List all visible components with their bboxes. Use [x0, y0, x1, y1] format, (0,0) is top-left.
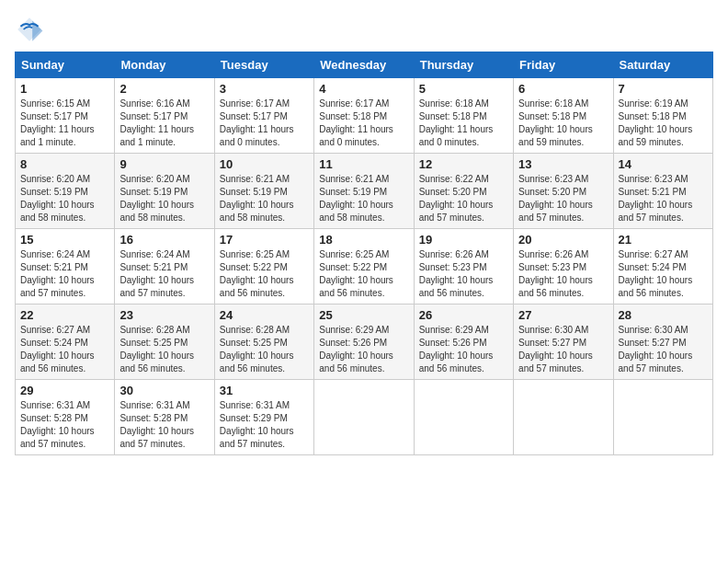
col-monday: Monday [115, 52, 214, 78]
daylight-label: Daylight: 10 hours and 57 minutes. [518, 350, 593, 373]
day-info: Sunrise: 6:30 AM Sunset: 5:27 PM Dayligh… [518, 324, 608, 375]
table-row: 29 Sunrise: 6:31 AM Sunset: 5:28 PM Dayl… [16, 380, 115, 455]
daylight-label: Daylight: 10 hours and 56 minutes. [619, 275, 693, 298]
day-info: Sunrise: 6:29 AM Sunset: 5:26 PM Dayligh… [319, 324, 408, 375]
day-number: 1 [20, 82, 109, 96]
sunrise-label: Sunrise: 6:23 AM [518, 174, 588, 184]
table-row: 9 Sunrise: 6:20 AM Sunset: 5:19 PM Dayli… [115, 154, 214, 229]
day-info: Sunrise: 6:31 AM Sunset: 5:28 PM Dayligh… [119, 399, 209, 451]
day-number: 6 [518, 82, 608, 96]
daylight-label: Daylight: 10 hours and 57 minutes. [119, 275, 194, 298]
day-number: 23 [119, 308, 209, 322]
day-number: 30 [119, 384, 209, 397]
day-number: 15 [20, 233, 109, 247]
sunrise-label: Sunrise: 6:21 AM [319, 174, 389, 184]
sunset-label: Sunset: 5:17 PM [119, 111, 188, 121]
table-row: 4 Sunrise: 6:17 AM Sunset: 5:18 PM Dayli… [314, 78, 414, 154]
sunset-label: Sunset: 5:23 PM [518, 262, 586, 272]
day-info: Sunrise: 6:29 AM Sunset: 5:26 PM Dayligh… [419, 324, 508, 375]
day-info: Sunrise: 6:21 AM Sunset: 5:19 PM Dayligh… [319, 173, 408, 224]
sunrise-label: Sunrise: 6:29 AM [319, 325, 389, 335]
table-row: 22 Sunrise: 6:27 AM Sunset: 5:24 PM Dayl… [16, 304, 115, 380]
day-number: 31 [220, 384, 309, 397]
day-info: Sunrise: 6:26 AM Sunset: 5:23 PM Dayligh… [419, 248, 508, 300]
day-info: Sunrise: 6:31 AM Sunset: 5:29 PM Dayligh… [220, 399, 309, 451]
sunrise-label: Sunrise: 6:28 AM [220, 325, 290, 335]
calendar-week-4: 22 Sunrise: 6:27 AM Sunset: 5:24 PM Dayl… [16, 304, 713, 380]
daylight-label: Daylight: 11 hours and 1 minute. [119, 124, 194, 147]
daylight-label: Daylight: 11 hours and 0 minutes. [220, 124, 294, 147]
col-wednesday: Wednesday [314, 52, 414, 78]
sunrise-label: Sunrise: 6:25 AM [319, 249, 389, 259]
table-row: 26 Sunrise: 6:29 AM Sunset: 5:26 PM Dayl… [414, 304, 513, 380]
day-info: Sunrise: 6:20 AM Sunset: 5:19 PM Dayligh… [119, 173, 209, 224]
col-tuesday: Tuesday [214, 52, 313, 78]
daylight-label: Daylight: 10 hours and 57 minutes. [220, 426, 294, 449]
sunrise-label: Sunrise: 6:22 AM [419, 174, 489, 184]
day-number: 2 [119, 82, 209, 96]
table-row: 19 Sunrise: 6:26 AM Sunset: 5:23 PM Dayl… [414, 229, 513, 304]
day-info: Sunrise: 6:21 AM Sunset: 5:19 PM Dayligh… [220, 173, 309, 224]
sunset-label: Sunset: 5:25 PM [220, 338, 288, 348]
sunset-label: Sunset: 5:21 PM [20, 262, 88, 272]
daylight-label: Daylight: 10 hours and 58 minutes. [119, 200, 194, 223]
table-row: 25 Sunrise: 6:29 AM Sunset: 5:26 PM Dayl… [314, 304, 414, 380]
table-row: 20 Sunrise: 6:26 AM Sunset: 5:23 PM Dayl… [514, 229, 613, 304]
table-row: 2 Sunrise: 6:16 AM Sunset: 5:17 PM Dayli… [115, 78, 214, 154]
calendar-week-3: 15 Sunrise: 6:24 AM Sunset: 5:21 PM Dayl… [16, 229, 713, 304]
day-number: 27 [518, 308, 608, 322]
day-number: 7 [619, 82, 708, 96]
day-number: 16 [119, 233, 209, 247]
logo [15, 15, 48, 44]
sunrise-label: Sunrise: 6:30 AM [619, 325, 688, 335]
sunset-label: Sunset: 5:22 PM [319, 262, 387, 272]
day-number: 11 [319, 157, 408, 171]
daylight-label: Daylight: 10 hours and 59 minutes. [619, 124, 693, 147]
table-row: 14 Sunrise: 6:23 AM Sunset: 5:21 PM Dayl… [613, 154, 712, 229]
sunset-label: Sunset: 5:25 PM [119, 338, 188, 348]
day-number: 4 [319, 82, 408, 96]
day-info: Sunrise: 6:18 AM Sunset: 5:18 PM Dayligh… [419, 98, 508, 149]
day-number: 20 [518, 233, 608, 247]
sunrise-label: Sunrise: 6:20 AM [20, 174, 90, 184]
sunrise-label: Sunrise: 6:31 AM [20, 400, 90, 410]
table-row: 30 Sunrise: 6:31 AM Sunset: 5:28 PM Dayl… [115, 380, 214, 455]
sunset-label: Sunset: 5:19 PM [20, 187, 88, 197]
page-header [15, 15, 713, 44]
sunset-label: Sunset: 5:18 PM [419, 111, 487, 121]
day-number: 25 [319, 308, 408, 322]
sunrise-label: Sunrise: 6:17 AM [220, 98, 290, 109]
sunset-label: Sunset: 5:27 PM [619, 338, 687, 348]
day-info: Sunrise: 6:31 AM Sunset: 5:28 PM Dayligh… [20, 399, 109, 451]
day-info: Sunrise: 6:16 AM Sunset: 5:17 PM Dayligh… [119, 98, 209, 149]
column-headers: Sunday Monday Tuesday Wednesday Thursday… [16, 52, 713, 78]
sunset-label: Sunset: 5:19 PM [119, 187, 188, 197]
day-number: 8 [20, 157, 109, 171]
daylight-label: Daylight: 10 hours and 56 minutes. [419, 350, 494, 373]
day-info: Sunrise: 6:26 AM Sunset: 5:23 PM Dayligh… [518, 248, 608, 300]
daylight-label: Daylight: 10 hours and 56 minutes. [119, 350, 194, 373]
calendar-week-2: 8 Sunrise: 6:20 AM Sunset: 5:19 PM Dayli… [16, 154, 713, 229]
day-number: 13 [518, 157, 608, 171]
sunset-label: Sunset: 5:20 PM [518, 187, 586, 197]
sunset-label: Sunset: 5:20 PM [419, 187, 487, 197]
sunrise-label: Sunrise: 6:30 AM [518, 325, 588, 335]
table-row [314, 380, 414, 455]
day-number: 5 [419, 82, 508, 96]
sunrise-label: Sunrise: 6:26 AM [518, 249, 588, 259]
day-number: 19 [419, 233, 508, 247]
table-row: 5 Sunrise: 6:18 AM Sunset: 5:18 PM Dayli… [414, 78, 513, 154]
table-row: 17 Sunrise: 6:25 AM Sunset: 5:22 PM Dayl… [214, 229, 313, 304]
sunrise-label: Sunrise: 6:27 AM [619, 249, 688, 259]
daylight-label: Daylight: 10 hours and 57 minutes. [619, 350, 693, 373]
table-row: 3 Sunrise: 6:17 AM Sunset: 5:17 PM Dayli… [214, 78, 313, 154]
day-number: 24 [220, 308, 309, 322]
day-info: Sunrise: 6:24 AM Sunset: 5:21 PM Dayligh… [20, 248, 109, 300]
daylight-label: Daylight: 10 hours and 56 minutes. [220, 275, 294, 298]
table-row: 15 Sunrise: 6:24 AM Sunset: 5:21 PM Dayl… [16, 229, 115, 304]
daylight-label: Daylight: 10 hours and 57 minutes. [518, 200, 593, 223]
day-number: 26 [419, 308, 508, 322]
col-saturday: Saturday [613, 52, 712, 78]
day-info: Sunrise: 6:15 AM Sunset: 5:17 PM Dayligh… [20, 98, 109, 149]
day-number: 12 [419, 157, 508, 171]
